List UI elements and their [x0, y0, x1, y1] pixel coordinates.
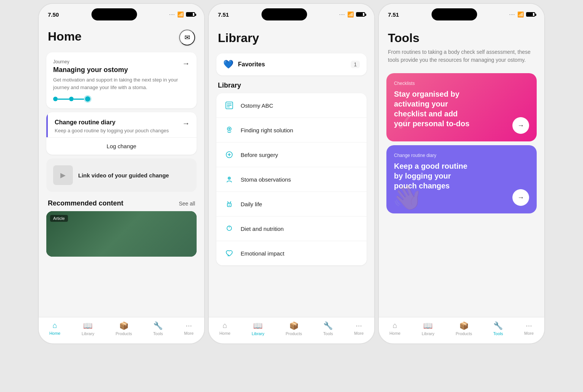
- lib-nav-item-more[interactable]: ··· More: [354, 321, 364, 336]
- article-badge: Article: [50, 215, 68, 222]
- tools-nav-icon: 🔧: [153, 321, 163, 330]
- phone-home: 7.50 ···· 📶 Home ✉ Journey Managing your…: [38, 3, 205, 344]
- lib-nav-item-tools[interactable]: 🔧 Tools: [323, 321, 333, 336]
- time-home: 7.50: [48, 11, 59, 18]
- nav-item-more[interactable]: ··· More: [184, 321, 194, 336]
- lib-library-nav-icon: 📖: [253, 321, 263, 330]
- library-items-list: Ostomy ABC Finding right solution: [216, 93, 367, 265]
- nav-item-tools[interactable]: 🔧 Tools: [153, 321, 163, 336]
- lib-nav-item-home[interactable]: ⌂ Home: [219, 321, 230, 336]
- battery-library: [356, 12, 365, 17]
- products-nav-icon: 📦: [119, 321, 129, 330]
- library-item-daily-life[interactable]: Daily life: [216, 192, 367, 216]
- change-routine-tool-card[interactable]: 👋 Change routine diary Keep a good routi…: [386, 145, 537, 213]
- page-title-home: Home: [48, 30, 82, 44]
- diet-label: Diet and nutrition: [241, 226, 284, 232]
- lib-tools-nav-label: Tools: [323, 331, 333, 336]
- tools-more-nav-icon: ···: [526, 321, 532, 330]
- tools-products-nav-icon: 📦: [459, 321, 469, 330]
- svg-point-11: [229, 178, 230, 179]
- tools-nav-item-more[interactable]: ··· More: [524, 321, 534, 336]
- checklists-category: Checklists: [394, 81, 529, 86]
- status-bar-tools: 7.51 ···· 📶: [379, 4, 544, 24]
- nav-item-home[interactable]: ⌂ Home: [49, 321, 60, 336]
- journey-info: Journey Managing your ostomy Get motivat…: [53, 59, 182, 96]
- diet-icon: [223, 223, 235, 235]
- change-routine-info: Change routine diary Keep a good routine…: [55, 119, 169, 134]
- library-item-ostomy-abc[interactable]: Ostomy ABC: [216, 93, 367, 118]
- library-item-finding-solution[interactable]: Finding right solution: [216, 118, 367, 143]
- checklists-arrow-button[interactable]: →: [512, 117, 529, 134]
- lib-nav-item-library[interactable]: 📖 Library: [252, 321, 265, 336]
- mail-button[interactable]: ✉: [179, 30, 195, 45]
- article-image: [46, 211, 197, 257]
- see-all-link[interactable]: See all: [179, 201, 195, 207]
- tools-products-nav-label: Products: [455, 331, 472, 336]
- article-card[interactable]: Article: [46, 211, 197, 257]
- lib-nav-item-products[interactable]: 📦 Products: [285, 321, 302, 336]
- status-icons-home: ···· 📶: [169, 11, 195, 17]
- library-nav-label: Library: [82, 331, 95, 336]
- ostomy-abc-icon: [223, 99, 235, 111]
- progress-dot-1: [53, 97, 58, 101]
- nav-item-library[interactable]: 📖 Library: [82, 321, 95, 336]
- products-nav-label: Products: [115, 331, 132, 336]
- tools-home-nav-label: Home: [389, 331, 400, 336]
- finding-solution-icon: [223, 124, 235, 136]
- wifi-library: 📶: [347, 11, 354, 17]
- page-title-library: Library: [218, 31, 365, 45]
- tools-nav-item-products[interactable]: 📦 Products: [455, 321, 472, 336]
- change-routine-card: Change routine diary Keep a good routine…: [46, 112, 197, 155]
- more-nav-label: More: [184, 331, 194, 336]
- hand-watermark: 👋: [392, 183, 423, 212]
- status-bar-home: 7.50 ···· 📶: [39, 4, 204, 24]
- checklists-card[interactable]: ✓ Checklists Stay organised by activatin…: [386, 73, 537, 141]
- progress-line-1: [58, 99, 69, 100]
- lib-tools-nav-icon: 🔧: [323, 321, 333, 330]
- favorites-count: 1: [351, 61, 360, 68]
- wifi-tools: 📶: [517, 11, 524, 17]
- change-routine-arrow-button[interactable]: →: [182, 119, 190, 128]
- lib-home-nav-icon: ⌂: [223, 321, 227, 330]
- tools-nav-item-tools[interactable]: 🔧 Tools: [493, 321, 503, 336]
- lib-products-nav-label: Products: [285, 331, 302, 336]
- tools-nav-label: Tools: [153, 331, 163, 336]
- phone-library: 7.51 ···· 📶 Library 💙 Favorites 1 Librar…: [208, 3, 375, 344]
- daily-life-label: Daily life: [241, 201, 262, 207]
- video-label: Link video of your guided change: [78, 172, 169, 179]
- check-watermark: ✓: [394, 107, 416, 138]
- home-nav-icon: ⌂: [53, 321, 57, 330]
- time-library: 7.51: [218, 11, 229, 18]
- nav-item-products[interactable]: 📦 Products: [115, 321, 132, 336]
- stoma-observations-icon: [223, 173, 235, 185]
- library-item-diet[interactable]: Diet and nutrition: [216, 216, 367, 241]
- favorites-card[interactable]: 💙 Favorites 1: [216, 53, 367, 75]
- library-item-stoma-observations[interactable]: Stoma observations: [216, 167, 367, 192]
- wifi-home: 📶: [177, 11, 184, 17]
- emotional-icon: [223, 247, 235, 259]
- dynamic-island-tools: [432, 8, 477, 20]
- library-section-title: Library: [209, 82, 374, 93]
- video-link-card[interactable]: ▶ Link video of your guided change: [46, 158, 197, 192]
- lib-home-nav-label: Home: [219, 331, 230, 336]
- tools-nav-item-home[interactable]: ⌂ Home: [389, 321, 400, 336]
- log-change-button[interactable]: Log change: [46, 137, 197, 155]
- change-routine-top: Change routine diary Keep a good routine…: [46, 112, 197, 137]
- library-item-before-surgery[interactable]: Before surgery: [216, 143, 367, 167]
- time-tools: 7.51: [388, 11, 399, 18]
- change-routine-tool-category: Change routine diary: [394, 153, 529, 158]
- phone-tools: 7.51 ···· 📶 Tools From routines to takin…: [378, 3, 545, 344]
- library-item-emotional[interactable]: Emotional impact: [216, 241, 367, 265]
- battery-home: [186, 12, 195, 17]
- library-header: Library: [209, 24, 374, 51]
- emotional-label: Emotional impact: [241, 250, 284, 257]
- progress-dot-2: [69, 97, 74, 101]
- mail-icon: ✉: [184, 33, 190, 42]
- bottom-nav-library: ⌂ Home 📖 Library 📦 Products 🔧 Tools ··· …: [209, 317, 374, 343]
- tools-library-nav-label: Library: [422, 331, 435, 336]
- daily-life-icon: [223, 198, 235, 210]
- tools-nav-item-library[interactable]: 📖 Library: [422, 321, 435, 336]
- tools-tools-nav-label: Tools: [493, 331, 503, 336]
- journey-arrow-button[interactable]: →: [182, 59, 190, 68]
- change-routine-tool-arrow-button[interactable]: →: [512, 189, 529, 206]
